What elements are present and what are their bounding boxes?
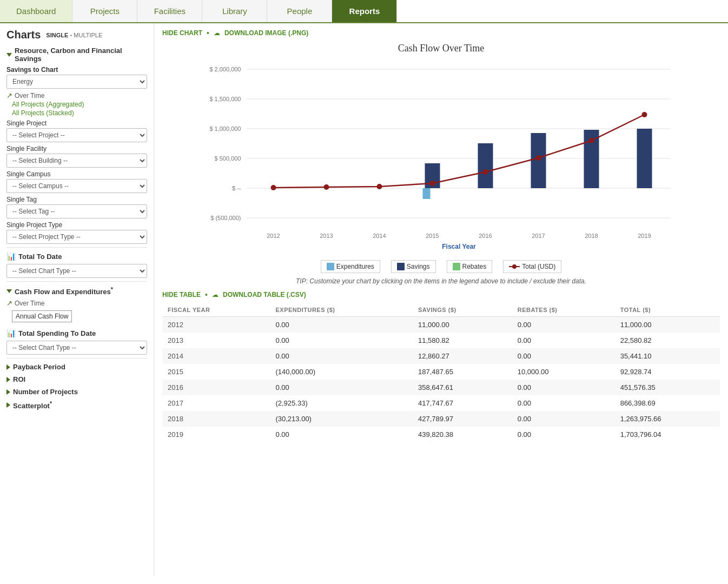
trend-icon-1: ↗ [6,91,12,99]
cell-total: 22,580.82 [615,333,720,348]
cell-expenditures: 0.00 [270,348,413,364]
legend-savings[interactable]: Savings [391,260,436,273]
annual-cash-flow-option[interactable]: Annual Cash Flow [12,310,72,322]
cell-year: 2014 [162,348,270,364]
download-image-link[interactable]: DOWNLOAD IMAGE (.PNG) [224,29,308,37]
cell-expenditures: 0.00 [270,380,413,395]
table-row: 2013 0.00 11,580.82 0.00 22,580.82 [162,333,720,348]
cell-rebates: 0.00 [512,411,615,427]
nav-library[interactable]: Library [202,0,267,22]
nav-dashboard[interactable]: Dashboard [0,0,72,22]
savings-select[interactable]: Energy Water Carbon Cost [6,75,147,89]
cell-savings: 11,580.82 [413,333,512,348]
cell-rebates: 0.00 [512,395,615,411]
svg-text:2012: 2012 [267,233,280,239]
cell-savings: 427,789.97 [413,411,512,427]
rebates-color [453,263,460,270]
total-point-2019 [642,112,647,117]
legend-expenditures[interactable]: Expenditures [321,260,380,273]
expenditures-color [327,263,334,270]
payback-period-header[interactable]: Payback Period [6,363,147,371]
download-cloud-icon: ☁ [214,29,220,37]
nav-reports[interactable]: Reports [332,0,397,22]
table-row: 2019 0.00 439,820.38 0.00 1,703,796.04 [162,427,720,442]
sidebar: Charts SINGLE • MULTIPLE Resource, Carbo… [0,23,154,576]
nav-facilities[interactable]: Facilities [137,0,202,22]
cell-expenditures: (2,925.33) [270,395,413,411]
total-point-2016 [483,169,488,175]
select-project-type[interactable]: -- Select Project Type -- [6,230,147,244]
select-tag[interactable]: -- Select Tag -- [6,204,147,218]
expand-icon-6 [6,402,10,408]
charts-header: Charts SINGLE • MULTIPLE [6,29,147,41]
select-building[interactable]: -- Select Building -- [6,154,147,168]
table-body: 2012 0.00 11,000.00 0.00 11,000.00 2013 … [162,317,720,443]
mode-multiple[interactable]: MULTIPLE [74,32,102,38]
divider-3 [6,358,147,359]
section2-header[interactable]: Cash Flow and Expenditures* [6,286,147,296]
scatterplot-label: Scatterplot* [13,400,52,410]
chart-container: Cash Flow Over Time $ 2,000,000 $ 1,500,… [162,43,720,285]
savings-to-chart-label: Savings to Chart [6,66,147,74]
cell-rebates: 10,000.00 [512,364,615,380]
svg-text:2016: 2016 [479,233,492,239]
select-chart-type-2[interactable]: -- Select Chart Type -- [6,341,147,355]
total-point-2015 [430,181,435,186]
total-point-2018 [589,138,594,143]
cell-rebates: 0.00 [512,317,615,333]
table-action-bar: HIDE TABLE • ☁ DOWNLOAD TABLE (.CSV) [162,290,720,299]
table-row: 2015 (140,000.00) 187,487.65 10,000.00 9… [162,364,720,380]
expenditure-bar-2015 [423,188,431,199]
cell-savings: 417,747.67 [413,395,512,411]
cell-rebates: 0.00 [512,427,615,442]
total-spending-label: Total Spending To Date [18,329,96,337]
table-row: 2016 0.00 358,647.61 0.00 451,576.35 [162,380,720,395]
scatterplot-header[interactable]: Scatterplot* [6,400,147,410]
total-point-2017 [536,155,541,161]
divider-1 [6,247,147,248]
chart-tip: TIP: Customize your chart by clicking on… [162,277,720,285]
cell-total: 1,263,975.66 [615,411,720,427]
cell-total: 35,441.10 [615,348,720,364]
cell-year: 2012 [162,317,270,333]
legend-total[interactable]: Total (USD) [503,260,561,273]
col-rebates: REBATES ($) [512,303,615,317]
num-projects-header[interactable]: Number of Projects [6,388,147,396]
all-projects-stacked-link[interactable]: All Projects (Stacked) [12,109,147,117]
col-expenditures: EXPENDITURES ($) [270,303,413,317]
navigation: Dashboard Projects Facilities Library Pe… [0,0,728,23]
svg-text:2014: 2014 [373,233,386,239]
cell-total: 866,398.69 [615,395,720,411]
nav-projects[interactable]: Projects [72,0,137,22]
select-project[interactable]: -- Select Project -- [6,128,147,142]
download-table-link[interactable]: DOWNLOAD TABLE (.CSV) [223,291,306,298]
mode-selector: SINGLE • MULTIPLE [46,32,102,38]
nav-people[interactable]: People [267,0,332,22]
section2-title: Cash Flow and Expenditures* [15,286,113,296]
hide-table-link[interactable]: HIDE TABLE [162,291,201,298]
svg-text:$ 500,000: $ 500,000 [215,155,241,162]
cell-expenditures: 0.00 [270,317,413,333]
roi-header[interactable]: ROI [6,375,147,383]
svg-point-22 [512,264,517,269]
select-chart-type-1[interactable]: -- Select Chart Type -- [6,264,147,278]
trend-icon-2: ↗ [6,299,12,307]
expand-icon-4 [6,377,10,382]
cell-expenditures: 0.00 [270,427,413,442]
total-point-2012 [271,185,276,190]
cell-rebates: 0.00 [512,333,615,348]
cell-savings: 11,000.00 [413,317,512,333]
col-fiscal-year: FISCAL YEAR [162,303,270,317]
mode-separator: • [70,32,72,38]
table-header-row: FISCAL YEAR EXPENDITURES ($) SAVINGS ($)… [162,303,720,317]
total-line-icon [509,263,520,270]
section1-header[interactable]: Resource, Carbon and Financial Savings [6,47,147,63]
table-row: 2014 0.00 12,860.27 0.00 35,441.10 [162,348,720,364]
mode-single[interactable]: SINGLE [46,32,68,38]
cell-savings: 187,487.65 [413,364,512,380]
all-projects-aggregated-link[interactable]: All Projects (Aggregated) [12,101,147,108]
divider-2 [6,281,147,282]
select-campus[interactable]: -- Select Campus -- [6,179,147,193]
legend-rebates[interactable]: Rebates [447,260,493,273]
hide-chart-link[interactable]: HIDE CHART [162,29,202,37]
